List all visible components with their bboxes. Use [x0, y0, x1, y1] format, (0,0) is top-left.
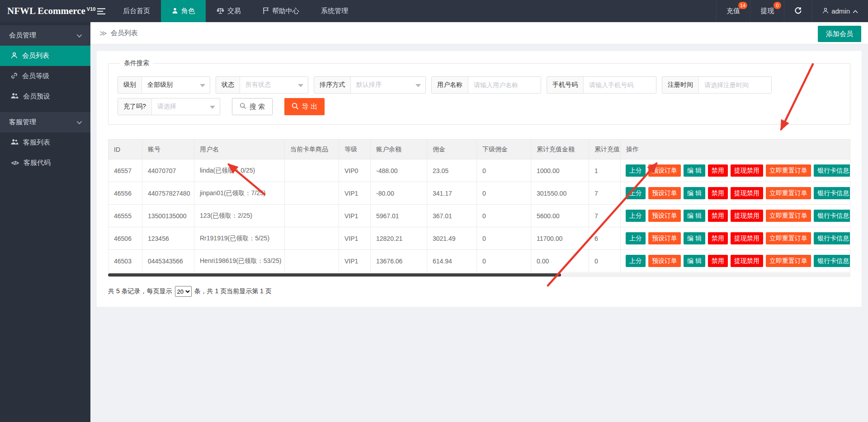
cell-total-recharge: 11700.00 [531, 227, 589, 250]
user-menu[interactable]: admin [812, 0, 868, 22]
preset-order-button[interactable]: 预设订单 [648, 164, 681, 177]
pagination-suffix: 条，共 1 页当前显示第 1 页 [194, 287, 272, 295]
filter-row-2: 充了吗? 请选择 搜 索 导 出 [118, 98, 841, 115]
preset-order-button[interactable]: 预设订单 [648, 232, 681, 244]
cell-current-product [285, 159, 339, 182]
reset-order-button[interactable]: 立即重置订单 [766, 164, 811, 177]
sort-select[interactable]: 默认排序 [351, 77, 425, 93]
cell-account: 44070707 [142, 159, 194, 182]
page-size-select[interactable]: 20 [175, 286, 192, 297]
cell-actions: 上分预设订单编 辑禁用提现禁用立即重置订单银行卡信息... [621, 250, 850, 272]
cell-level: VIP1 [339, 205, 371, 227]
nav-item-system[interactable]: 系统管理 [310, 0, 359, 22]
cell-recharge-count: 7 [589, 205, 621, 227]
main-menu: 后台首页 角色 交易 帮助中心 系统管理 [112, 0, 359, 22]
col-current-product: 当前卡单商品 [285, 140, 339, 159]
col-level: 等级 [339, 140, 371, 159]
cell-actions: 上分预设订单编 辑禁用提现禁用立即重置订单银行卡信息... [621, 227, 850, 250]
disable-button[interactable]: 禁用 [708, 210, 728, 222]
withdraw-disable-button[interactable]: 提现禁用 [731, 232, 763, 244]
cell-account: 123456 [142, 227, 194, 250]
cell-commission: 341.17 [427, 182, 477, 205]
recharge-link[interactable]: 充值 14 [716, 0, 750, 22]
level-select[interactable]: 全部级别 [142, 77, 210, 93]
add-score-button[interactable]: 上分 [626, 164, 646, 177]
search-button[interactable]: 搜 索 [232, 98, 273, 115]
filter-sort: 排序方式 默认排序 [314, 76, 426, 94]
flag-icon [263, 7, 269, 15]
recharged-select[interactable]: 请选择 [152, 98, 220, 115]
bank-info-button[interactable]: 银行卡信息 [814, 164, 850, 177]
edit-button[interactable]: 编 辑 [684, 210, 705, 222]
cell-current-product [285, 205, 339, 227]
edit-button[interactable]: 编 辑 [684, 187, 705, 199]
withdraw-disable-button[interactable]: 提现禁用 [731, 255, 763, 267]
withdraw-link[interactable]: 提现 0 [750, 0, 784, 22]
cell-account: 13500135000 [142, 205, 194, 227]
main-content: ≫ 会员列表 添加会员 条件搜索 级别 全部级别 状态 所有状态 [90, 0, 868, 422]
bank-info-button[interactable]: 银行卡信息 [814, 187, 850, 199]
breadcrumb-bar: ≫ 会员列表 添加会员 [90, 22, 868, 44]
preset-order-button[interactable]: 预设订单 [648, 187, 681, 199]
withdraw-disable-button[interactable]: 提现禁用 [731, 210, 763, 222]
bank-info-button[interactable]: 银行卡信息 [814, 255, 850, 267]
filter-row-1: 级别 全部级别 状态 所有状态 排序方式 默认排序 [118, 76, 841, 94]
nav-item-help[interactable]: 帮助中心 [252, 0, 310, 22]
cell-current-product [285, 250, 339, 272]
sidebar-item-service-list[interactable]: 客服列表 [0, 132, 90, 153]
sidebar: 会员管理 会员列表 会员等级 会员预设 客服管理 客服列表 [0, 22, 90, 422]
add-score-button[interactable]: 上分 [626, 232, 646, 244]
disable-button[interactable]: 禁用 [708, 232, 728, 244]
col-sub-commission: 下级佣金 [477, 140, 531, 159]
breadcrumb: 会员列表 [111, 29, 138, 38]
phone-input[interactable] [584, 77, 656, 93]
refresh-button[interactable] [784, 0, 812, 22]
withdraw-disable-button[interactable]: 提现禁用 [731, 187, 763, 199]
filter-username: 用户名称 [431, 76, 541, 94]
reset-order-button[interactable]: 立即重置订单 [766, 187, 811, 199]
nav-item-dashboard[interactable]: 后台首页 [112, 0, 161, 22]
scrollbar-thumb[interactable] [108, 273, 561, 277]
reset-order-button[interactable]: 立即重置订单 [766, 255, 811, 267]
disable-button[interactable]: 禁用 [708, 164, 728, 177]
add-member-button[interactable]: 添加会员 [818, 26, 861, 42]
withdraw-disable-button[interactable]: 提现禁用 [731, 164, 763, 177]
add-score-button[interactable]: 上分 [626, 210, 646, 222]
sidebar-section-service-mgmt[interactable]: 客服管理 [0, 112, 90, 132]
edit-button[interactable]: 编 辑 [684, 232, 705, 244]
cell-username: linda(已领取：0/25) [194, 159, 285, 182]
preset-order-button[interactable]: 预设订单 [648, 210, 681, 222]
sidebar-item-member-list[interactable]: 会员列表 [0, 46, 90, 66]
preset-order-button[interactable]: 预设订单 [648, 255, 681, 267]
cell-username: Rr191919(已领取：5/25) [194, 227, 285, 250]
nav-item-trade[interactable]: 交易 [206, 0, 252, 22]
bank-info-button[interactable]: 银行卡信息 [814, 210, 850, 222]
edit-button[interactable]: 编 辑 [684, 255, 705, 267]
sidebar-item-member-level[interactable]: 会员等级 [0, 66, 90, 86]
edit-button[interactable]: 编 辑 [684, 164, 705, 177]
reset-order-button[interactable]: 立即重置订单 [766, 210, 811, 222]
register-time-input[interactable] [699, 77, 771, 93]
sidebar-section-member-mgmt[interactable]: 会员管理 [0, 25, 90, 46]
reset-order-button[interactable]: 立即重置订单 [766, 232, 811, 244]
cell-recharge-count: 7 [589, 182, 621, 205]
bank-info-button[interactable]: 银行卡信息 [814, 232, 850, 244]
hamburger-menu-icon[interactable] [90, 0, 112, 22]
nav-item-roles[interactable]: 角色 [161, 0, 206, 22]
sidebar-item-service-code[interactable]: </> 客服代码 [0, 153, 90, 173]
cell-actions: 上分预设订单编 辑禁用提现禁用立即重置订单银行卡信息... [621, 159, 850, 182]
username-input[interactable] [468, 77, 541, 93]
member-table: ID 账号 用户名 当前卡单商品 等级 账户余额 佣金 下级佣金 累计充值金额 … [108, 139, 850, 272]
search-fieldset: 条件搜索 级别 全部级别 状态 所有状态 排序方 [108, 59, 850, 125]
disable-button[interactable]: 禁用 [708, 255, 728, 267]
status-select[interactable]: 所有状态 [240, 77, 308, 93]
add-score-button[interactable]: 上分 [626, 187, 646, 199]
add-score-button[interactable]: 上分 [626, 255, 646, 267]
export-button[interactable]: 导 出 [284, 98, 325, 115]
refresh-icon [794, 7, 802, 16]
disable-button[interactable]: 禁用 [708, 187, 728, 199]
cell-recharge-count: 6 [589, 227, 621, 250]
cell-id: 46555 [108, 205, 142, 227]
pagination-prefix: 共 5 条记录，每页显示 [108, 287, 172, 295]
sidebar-item-member-preset[interactable]: 会员预设 [0, 86, 90, 107]
